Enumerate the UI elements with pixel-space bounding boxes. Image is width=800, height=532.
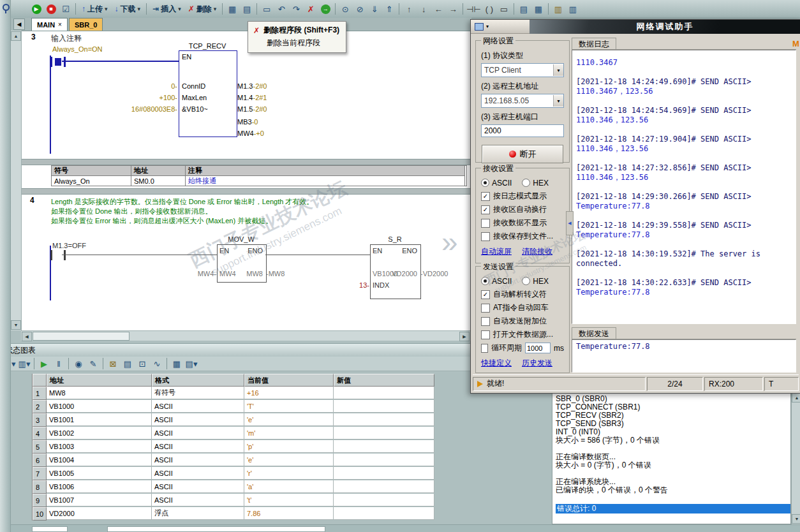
chevron-down-icon[interactable]: ▾: [105, 6, 108, 12]
cell-address[interactable]: VB1002: [47, 427, 152, 440]
cell-format[interactable]: ASCII: [152, 440, 244, 453]
scroll-down-icon[interactable]: ▼: [792, 514, 800, 524]
write-values-icon[interactable]: ✎: [86, 357, 100, 371]
clear-icon[interactable]: ✗: [304, 2, 318, 16]
checkbox[interactable]: ✓: [481, 290, 490, 299]
line-right-icon[interactable]: →: [446, 2, 460, 16]
table-row[interactable]: 8 VB1006 ASCII 'a': [33, 480, 436, 494]
cell-format[interactable]: ASCII: [152, 400, 244, 413]
scroll-up-icon[interactable]: ▲: [11, 31, 21, 41]
checkbox[interactable]: ✓: [481, 205, 490, 214]
unforce-all-icon[interactable]: ⊡: [135, 357, 149, 371]
table-row[interactable]: 5 VB1003 ASCII 'p': [33, 440, 436, 454]
send-ascii-radio[interactable]: [481, 277, 489, 285]
checkbox[interactable]: [481, 219, 490, 228]
checkbox[interactable]: [481, 304, 490, 313]
header-address[interactable]: 地址: [47, 374, 152, 387]
collapse-left-icon[interactable]: ◀: [13, 18, 25, 30]
toolbar-icon[interactable]: [463, 3, 463, 15]
editor-vertical-scrollbar[interactable]: ▲ ▼: [10, 31, 22, 330]
scrollbar-thumb[interactable]: [32, 526, 68, 532]
checkbox-option[interactable]: 打开文件数据源...: [481, 328, 564, 341]
stop-icon[interactable]: ■: [44, 2, 58, 16]
chevron-down-icon[interactable]: ▾: [138, 6, 141, 12]
insert-button[interactable]: ⇥ 插入 ▾: [149, 2, 184, 16]
collapse-settings-icon[interactable]: ◀: [566, 211, 574, 235]
toolbar-icon[interactable]: [34, 358, 34, 369]
checkbox-option[interactable]: 接收数据不显示: [481, 216, 564, 230]
table-row[interactable]: 2 VB1000 ASCII 'T': [33, 400, 436, 413]
undo-icon[interactable]: ↶: [274, 2, 288, 16]
checkbox[interactable]: [481, 317, 490, 326]
table-row[interactable]: 6 VB1004 ASCII 'e': [33, 454, 436, 467]
contact-always-on[interactable]: [50, 57, 66, 67]
shortcut-define-link[interactable]: 快捷定义: [481, 358, 512, 369]
pin-icon[interactable]: [3, 4, 10, 11]
chevron-down-icon[interactable]: ▾: [178, 6, 181, 12]
ladder-editor[interactable]: 3 输入注释 Always_On=ON TCP_RECV EN 0- +100-…: [21, 31, 470, 331]
remote-port-input[interactable]: [481, 124, 564, 137]
tab-main[interactable]: MAIN ×: [31, 18, 68, 31]
protocol-select[interactable]: TCP Client ▾: [481, 63, 564, 77]
contact-icon[interactable]: ⊣⊢: [466, 2, 482, 16]
editor-horizontal-scrollbar[interactable]: ◀ ▶: [21, 330, 470, 341]
cell-address[interactable]: MW8: [47, 387, 152, 399]
checkbox[interactable]: [481, 232, 490, 241]
cell-new-value[interactable]: [334, 400, 434, 413]
cell-new-value[interactable]: [334, 387, 434, 399]
cell-address[interactable]: VB1005: [47, 467, 152, 480]
cell-format[interactable]: ASCII: [152, 454, 244, 466]
toolbar-icon[interactable]: [514, 3, 514, 15]
data-block-icon[interactable]: ▤: [240, 2, 254, 16]
cell-new-value[interactable]: [334, 454, 434, 466]
cell-format[interactable]: ASCII: [152, 480, 244, 493]
chevron-down-icon[interactable]: ▾: [486, 24, 489, 29]
upload-button[interactable]: ↑ 上传 ▾: [78, 2, 111, 16]
cell-format[interactable]: ASCII: [152, 467, 244, 480]
line-up-icon[interactable]: ↑: [402, 2, 416, 16]
cell-new-value[interactable]: [334, 494, 434, 506]
delete-button[interactable]: ✗ 删除 ▾: [185, 2, 220, 16]
cell-address[interactable]: VB1007: [47, 494, 152, 506]
line-left-icon[interactable]: ←: [431, 2, 445, 16]
force-lock-icon[interactable]: ⊠: [106, 357, 120, 371]
auto-scroll-link[interactable]: 自动滚屏: [481, 246, 512, 257]
symbol-table-icon[interactable]: ▦: [225, 2, 239, 16]
contact-m13[interactable]: [50, 250, 66, 260]
table-row[interactable]: 7 VB1005 ASCII 'r': [33, 467, 436, 480]
table-row[interactable]: 4 VB1002 ASCII 'm': [33, 427, 436, 440]
window-menu[interactable]: ▾: [471, 20, 530, 34]
line-down-icon[interactable]: ↓: [417, 2, 431, 16]
header-format[interactable]: 格式: [152, 374, 244, 387]
zoom-view-icon[interactable]: ▤: [517, 2, 531, 16]
cycle-period-option[interactable]: 循环周期 ms: [481, 341, 564, 355]
write-all-icon[interactable]: ⇑: [382, 2, 396, 16]
disconnect-button[interactable]: 断开: [482, 145, 563, 163]
checkbox-option[interactable]: 接收保存到文件...: [481, 230, 564, 243]
cycle-period-input[interactable]: [525, 343, 551, 353]
cell-new-value[interactable]: [334, 507, 434, 520]
help-book-icon[interactable]: ▥: [566, 2, 580, 16]
cell-address[interactable]: VB1000: [47, 400, 152, 413]
table-row[interactable]: 9 VB1007 ASCII 't': [33, 494, 436, 507]
scrollbar-thumb[interactable]: [33, 332, 130, 341]
grid-view-icon[interactable]: ▦: [531, 2, 545, 16]
run-icon[interactable]: ▶: [29, 2, 43, 16]
read-values-icon[interactable]: ◉: [71, 357, 85, 371]
coil-icon[interactable]: ( ): [482, 2, 496, 16]
checkbox[interactable]: [481, 330, 490, 339]
cell-format[interactable]: ASCII: [152, 427, 244, 440]
view-menu-icon[interactable]: ▤▾: [184, 357, 198, 371]
checkbox-option[interactable]: ✓ 自动解析转义符: [481, 288, 564, 301]
bookmark-icon[interactable]: ▥: [551, 2, 565, 16]
cell-new-value[interactable]: [334, 440, 434, 453]
cell-format[interactable]: 浮点: [152, 507, 244, 520]
chevron-down-icon[interactable]: ▾: [553, 64, 563, 76]
tab-sbr0[interactable]: SBR_0: [69, 18, 103, 31]
checkbox-option[interactable]: 自动发送附加位: [481, 314, 564, 328]
send-hex-radio[interactable]: [522, 277, 530, 285]
chevron-down-icon[interactable]: ▾: [553, 95, 563, 107]
program-tree-dock-strip[interactable]: [0, 0, 11, 532]
cell-new-value[interactable]: [334, 427, 434, 440]
checkbox-option[interactable]: AT指令自动回车: [481, 301, 564, 314]
